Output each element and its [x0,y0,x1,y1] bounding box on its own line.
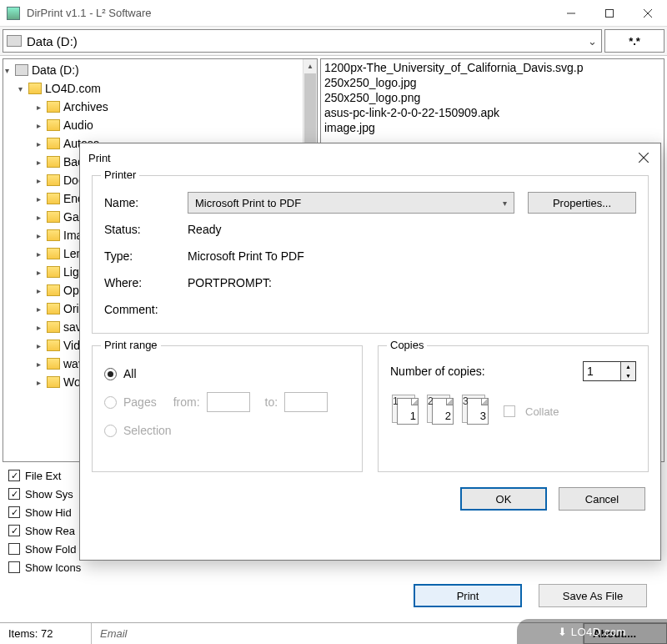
minimize-button[interactable] [552,1,590,26]
file-item[interactable]: image.jpg [324,121,660,136]
range-from-label: from: [173,395,200,409]
properties-button[interactable]: Properties... [528,192,636,214]
option-label: Show Sys [25,488,73,501]
copies-spinbox[interactable]: ▲▼ [583,361,636,381]
dialog-buttons: OK Cancel [92,487,649,511]
range-from-field [207,392,250,412]
checkbox-icon[interactable] [8,561,20,573]
page-preview-icon: 22 [432,398,454,425]
printer-status-value: Ready [188,223,221,236]
drive-icon [7,35,22,47]
chevron-down-icon: ⌄ [586,35,598,48]
folder-icon [47,321,60,333]
copies-count-label: Number of copies: [390,365,485,378]
range-selection-label: Selection [123,424,172,437]
dialog-titlebar: Print [80,143,660,172]
maximize-button[interactable] [590,1,629,26]
printer-comment-label: Comment: [104,303,188,316]
tree-item[interactable]: ▸Archives [5,98,315,116]
print-button[interactable]: Print [414,584,522,607]
print-button-label: Print [457,590,479,602]
range-to-label: to: [265,395,278,409]
tree-folder[interactable]: ▾LO4D.com [5,79,315,98]
printer-status-label: Status: [104,223,188,236]
print-dialog: Print Printer Name: Microsoft Print to P… [79,143,661,561]
scroll-up-icon[interactable]: ▲ [303,59,317,73]
checkbox-icon[interactable] [8,543,20,555]
drive-selector[interactable]: Data (D:) ⌄ [3,29,602,53]
range-pages-radio [104,396,117,409]
properties-label: Properties... [553,197,611,209]
checkbox-icon[interactable]: ✓ [8,488,20,500]
printer-type-label: Type: [104,249,188,263]
copies-group-label: Copies [387,339,427,351]
option-label: Show Rea [25,525,75,537]
range-group-label: Print range [101,339,161,351]
close-button[interactable] [629,1,667,26]
folder-icon [47,101,60,113]
window-title: DirPrint v1.1 - L² Software [27,7,552,19]
drive-label: Data (D:) [27,34,586,48]
checkbox-icon[interactable]: ✓ [8,506,20,518]
chevron-down-icon: ▾ [503,199,507,208]
option-label: Show Hid [25,506,72,519]
option-label: Show Fold [25,543,76,556]
range-selection-radio [104,425,117,437]
drive-bar: Data (D:) ⌄ *.* [0,27,667,56]
printer-where-value: PORTPROMPT: [188,276,272,289]
printer-where-label: Where: [104,276,188,289]
status-items: Items: 72 [0,623,92,644]
tree-root[interactable]: ▾Data (D:) [5,61,315,79]
folder-icon [47,284,60,296]
ok-label: OK [496,493,512,506]
folder-icon [47,340,60,351]
spin-down-icon[interactable]: ▼ [621,371,635,380]
option-label: File Ext [25,470,61,482]
tree-item[interactable]: ▸Audio [5,116,315,134]
file-item[interactable]: 1200px-The_University_of_California_Davi… [324,61,660,76]
watermark: ⬇ LO4D.com [517,619,667,644]
file-item[interactable]: 250x250_logo.png [324,91,660,106]
page-preview-icon: 33 [467,398,489,425]
folder-icon [47,119,60,131]
ok-button[interactable]: OK [460,487,547,511]
option-row[interactable]: Show Icons [8,558,659,576]
range-all-label: All [123,367,137,380]
folder-icon [47,303,60,314]
printer-type-value: Microsoft Print To PDF [188,249,304,263]
checkbox-icon[interactable]: ✓ [8,525,20,536]
bottom-buttons: Print Save As File [414,584,647,607]
cancel-button[interactable]: Cancel [559,487,645,511]
drive-icon [15,64,28,76]
cancel-label: Cancel [585,493,619,506]
folder-icon [47,266,60,278]
printer-name-select[interactable]: Microsoft Print to PDF ▾ [188,192,514,214]
save-as-file-button[interactable]: Save As File [539,584,647,607]
option-label: Show Icons [25,561,81,574]
dialog-title: Print [88,152,627,164]
dialog-close-button[interactable] [627,145,660,170]
print-range-group: Print range All Pages from: to: Selectio… [92,345,363,472]
window-buttons [552,1,667,26]
copies-value[interactable] [584,362,620,380]
folder-icon [47,138,60,149]
range-all-radio[interactable] [104,368,117,380]
copies-group: Copies Number of copies: ▲▼ 11 22 33 Col… [378,345,649,472]
folder-icon [47,376,60,388]
file-filter[interactable]: *.* [604,29,664,53]
titlebar: DirPrint v1.1 - L² Software [0,0,667,27]
save-as-button-label: Save As File [563,590,623,602]
range-pages-label: Pages [123,395,157,409]
file-item[interactable]: 250x250_logo.jpg [324,76,660,91]
spin-up-icon[interactable]: ▲ [621,362,635,371]
printer-group-label: Printer [101,169,139,181]
folder-icon [47,229,60,241]
folder-icon [47,174,60,186]
filter-text: *.* [629,35,640,48]
file-item[interactable]: asus-pc-link-2-0-0-22-150909.apk [324,106,660,121]
printer-name-label: Name: [104,196,188,209]
printer-group: Printer Name: Microsoft Print to PDF ▾ P… [92,175,649,334]
collate-label: Collate [525,405,559,418]
status-email[interactable]: Email [92,623,584,644]
checkbox-icon[interactable]: ✓ [8,470,20,481]
